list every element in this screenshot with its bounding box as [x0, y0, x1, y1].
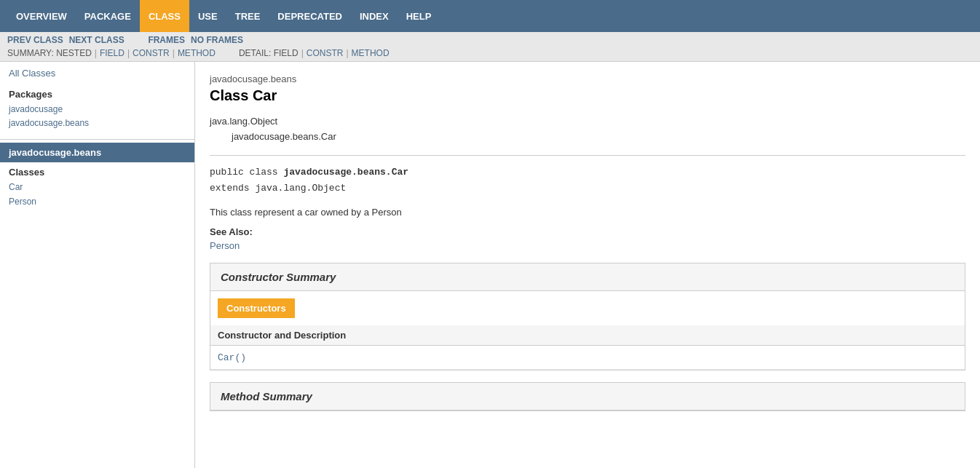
class-title: Class Car	[210, 87, 965, 104]
sidebar-divider	[0, 139, 194, 140]
packages-label: Packages	[0, 84, 194, 101]
package-links: javadocusage javadocusage.beans	[0, 101, 194, 136]
class-declaration: public class javadocusage.beans.Car exte…	[210, 164, 965, 197]
constructor-car-cell: Car()	[210, 345, 965, 369]
summary-method-link[interactable]: METHOD	[178, 48, 216, 58]
classes-label: Classes	[0, 162, 194, 179]
extends-line: extends java.lang.Object	[210, 181, 965, 197]
pipe5: |	[346, 48, 348, 58]
class-links: Car Person	[0, 179, 194, 214]
class-person-link[interactable]: Person	[9, 195, 186, 209]
class-description: This class represent a car owned by a Pe…	[210, 207, 965, 218]
all-classes-link[interactable]: All Classes	[9, 68, 55, 79]
pipe4: |	[301, 48, 304, 58]
detail-field: FIELD	[271, 48, 298, 58]
constructor-table-header: Constructor and Description	[210, 325, 965, 346]
pipe3: |	[173, 48, 175, 58]
no-frames-link[interactable]: NO FRAMES	[191, 35, 243, 45]
detail-method-link[interactable]: METHOD	[352, 48, 390, 58]
constructor-car-signature[interactable]: Car()	[218, 352, 246, 363]
summary-nested: NESTED	[54, 48, 92, 58]
frames-link[interactable]: FRAMES	[148, 35, 185, 45]
nav-deprecated[interactable]: DEPRECATED	[269, 0, 351, 32]
class-car-link[interactable]: Car	[9, 181, 186, 194]
inheritance-tree: java.lang.Object javadocusage.beans.Car	[210, 114, 965, 145]
nav-tree[interactable]: TREE	[226, 0, 269, 32]
package-javadocusage-beans-link[interactable]: javadocusage.beans	[9, 116, 186, 130]
constructor-row-car: Car()	[210, 345, 965, 369]
sub-nav: PREV CLASS NEXT CLASS FRAMES NO FRAMES S…	[0, 32, 980, 62]
detail-label: DETAIL:	[239, 48, 271, 58]
package-javadocusage-link[interactable]: javadocusage	[9, 103, 186, 116]
content-area: javadocusage.beans Class Car java.lang.O…	[195, 62, 980, 468]
nav-overview[interactable]: OVERVIEW	[7, 0, 76, 32]
active-package: javadocusage.beans	[0, 143, 194, 162]
constructor-summary-title: Constructor Summary	[210, 263, 965, 291]
constructor-summary-section: Constructor Summary Constructors Constru…	[210, 263, 965, 370]
parent-class: java.lang.Object	[210, 114, 965, 130]
main-layout: All Classes Packages javadocusage javado…	[0, 62, 980, 468]
nav-class[interactable]: CLASS	[140, 0, 189, 32]
constructor-table: Constructor and Description Car()	[210, 325, 965, 370]
method-summary-title: Method Summary	[210, 383, 965, 411]
sidebar: All Classes Packages javadocusage javado…	[0, 62, 195, 468]
child-class: javadocusage.beans.Car	[232, 130, 965, 145]
nav-help[interactable]: HELP	[398, 0, 440, 32]
nav-index[interactable]: INDEX	[351, 0, 398, 32]
pipe2: |	[127, 48, 130, 58]
summary-constr-link[interactable]: CONSTR	[133, 48, 170, 58]
method-summary-section: Method Summary	[210, 382, 965, 411]
prev-class-link[interactable]: PREV CLASS	[7, 35, 63, 45]
constructors-header: Constructors	[218, 298, 295, 318]
detail-constr-link[interactable]: CONSTR	[307, 48, 344, 58]
summary-field-link[interactable]: FIELD	[100, 48, 125, 58]
nav-package[interactable]: PACKAGE	[76, 0, 140, 32]
summary-label: SUMMARY:	[7, 48, 54, 58]
see-also-link: Person	[210, 240, 965, 251]
next-class-link[interactable]: NEXT CLASS	[69, 35, 125, 45]
pipe1: |	[95, 48, 97, 58]
package-name: javadocusage.beans	[210, 74, 965, 84]
see-also-label: See Also:	[210, 226, 965, 237]
top-nav: OVERVIEW PACKAGE CLASS USE TREE DEPRECAT…	[0, 0, 980, 32]
constructor-table-header-row: Constructor and Description	[210, 325, 965, 346]
separator	[130, 35, 143, 45]
person-link[interactable]: Person	[210, 240, 240, 251]
nav-use[interactable]: USE	[189, 0, 226, 32]
content-divider	[210, 155, 965, 156]
